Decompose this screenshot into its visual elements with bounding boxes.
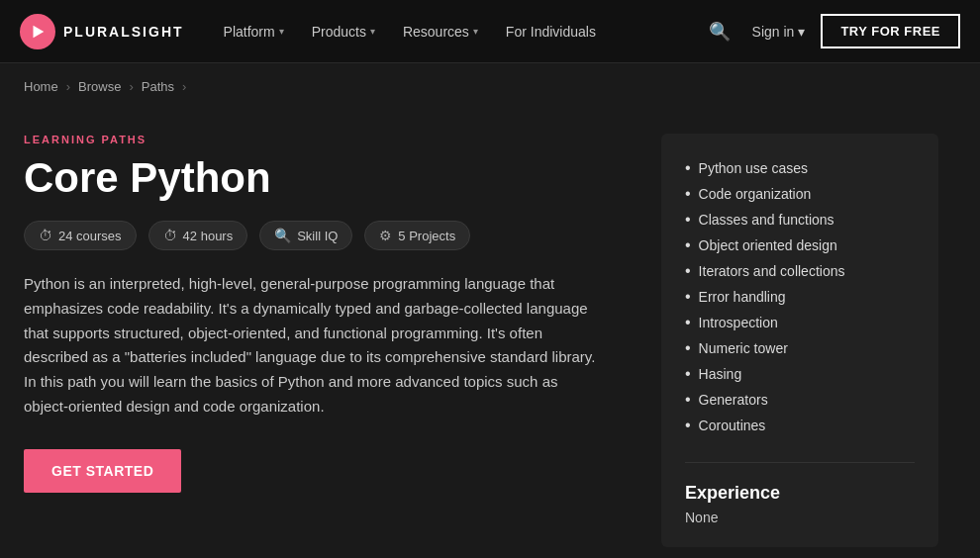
topics-list: Python use casesCode organizationClasses… [685, 155, 915, 438]
topic-item: Generators [685, 387, 915, 413]
right-panel: Python use casesCode organizationClasses… [661, 134, 938, 547]
course-description: Python is an interpreted, high-level, ge… [24, 272, 598, 419]
chevron-down-icon: ▾ [473, 26, 478, 37]
chevron-down-icon: ▾ [798, 24, 805, 40]
logo-icon [20, 14, 55, 49]
breadcrumb: Home › Browse › Paths › [0, 63, 980, 110]
breadcrumb-separator: › [182, 79, 186, 94]
svg-marker-0 [34, 25, 45, 38]
get-started-button[interactable]: GET STARTED [24, 449, 181, 493]
logo[interactable]: PLURALSIGHT [20, 14, 184, 49]
experience-value: None [685, 510, 915, 525]
nav-links: Platform ▾ Products ▾ Resources ▾ For In… [212, 16, 703, 47]
nav-products[interactable]: Products ▾ [300, 16, 387, 47]
meta-badges: ⏱ 24 courses ⏱ 42 hours 🔍 Skill IQ ⚙ 5 P… [24, 221, 637, 250]
page-title: Core Python [24, 155, 637, 201]
chevron-down-icon: ▾ [279, 26, 284, 37]
topic-item: Iterators and collections [685, 258, 915, 284]
logo-text: PLURALSIGHT [63, 24, 184, 40]
nav-right: 🔍 Sign in ▾ TRY FOR FREE [703, 14, 960, 48]
breadcrumb-separator: › [66, 79, 70, 94]
topic-item: Python use cases [685, 155, 915, 181]
breadcrumb-browse[interactable]: Browse [78, 79, 121, 94]
topics-card: Python use casesCode organizationClasses… [661, 134, 938, 547]
search-icon[interactable]: 🔍 [703, 15, 736, 48]
topic-item: Numeric tower [685, 335, 915, 361]
search-icon: 🔍 [274, 228, 291, 243]
try-free-button[interactable]: TRY FOR FREE [821, 14, 960, 48]
breadcrumb-separator: › [129, 79, 133, 94]
courses-badge: ⏱ 24 courses [24, 221, 137, 250]
topic-item: Coroutines [685, 413, 915, 438]
category-label: LEARNING PATHS [24, 134, 637, 145]
topic-item: Object oriented design [685, 232, 915, 258]
skill-iq-badge: 🔍 Skill IQ [259, 221, 352, 250]
nav-platform[interactable]: Platform ▾ [212, 16, 296, 47]
clock-icon: ⏱ [39, 228, 52, 243]
breadcrumb-paths[interactable]: Paths [142, 79, 174, 94]
clock-icon: ⏱ [163, 228, 177, 243]
chevron-down-icon: ▾ [370, 26, 375, 37]
breadcrumb-home[interactable]: Home [24, 79, 58, 94]
main-content: LEARNING PATHS Core Python ⏱ 24 courses … [0, 110, 980, 558]
topic-item: Introspection [685, 310, 915, 335]
topic-item: Error handling [685, 284, 915, 310]
hours-badge: ⏱ 42 hours [148, 221, 248, 250]
topic-item: Hasing [685, 361, 915, 387]
signin-button[interactable]: Sign in ▾ [752, 24, 806, 40]
experience-title: Experience [685, 483, 915, 504]
gear-icon: ⚙ [379, 228, 392, 243]
topic-item: Classes and functions [685, 207, 915, 232]
nav-resources[interactable]: Resources ▾ [391, 16, 490, 47]
left-content: LEARNING PATHS Core Python ⏱ 24 courses … [24, 134, 637, 547]
nav-for-individuals[interactable]: For Individuals [494, 16, 608, 47]
experience-section: Experience None [685, 462, 915, 525]
navbar: PLURALSIGHT Platform ▾ Products ▾ Resour… [0, 0, 980, 63]
topic-item: Code organization [685, 181, 915, 207]
projects-badge: ⚙ 5 Projects [364, 221, 470, 250]
